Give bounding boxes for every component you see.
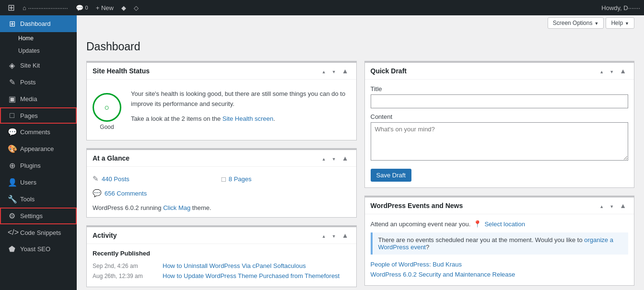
yoast-icon-button[interactable]: ◆ (117, 0, 130, 15)
activity-date-2: Aug 26th, 12:39 am (93, 273, 155, 279)
wp-logo-button[interactable]: ⊞ (4, 0, 19, 15)
at-glance-header: At a Glance ▲ (87, 150, 356, 167)
pages-count-link[interactable]: 8 Pages (229, 175, 252, 183)
sidebar-pages-label: Pages (20, 112, 38, 119)
sidebar-subitem-home[interactable]: Home (0, 32, 77, 45)
sidebar-item-appearance[interactable]: 🎨 Appearance (0, 140, 77, 157)
help-label: Help (611, 20, 623, 26)
comments-button[interactable]: 💬 0 (72, 0, 92, 15)
screen-options-bar: Screen Options Help (77, 15, 644, 31)
advanced-icon-button[interactable]: ◇ (130, 0, 142, 15)
news-link-1[interactable]: People of WordPress: Bud Kraus (371, 261, 462, 268)
comments-count: 0 (85, 5, 88, 11)
help-caret-icon (625, 20, 629, 26)
events-location: Attend an upcoming event near you. 📍 Sel… (371, 220, 629, 228)
sidebar-appearance-label: Appearance (20, 145, 54, 152)
settings-icon: ⚙ (8, 211, 16, 220)
sidebar-item-posts[interactable]: ✎ Posts (0, 74, 77, 91)
sidebar-item-dashboard[interactable]: ⊞ Dashboard (0, 15, 77, 32)
at-glance-collapse-up-btn[interactable] (320, 154, 328, 162)
sidebar-item-tools[interactable]: 🔧 Tools (0, 191, 77, 208)
health-description: Your site's health is looking good, but … (131, 89, 351, 109)
sidebar-item-pages[interactable]: □ Pages (0, 107, 77, 124)
activity-hide-btn[interactable]: ▲ (340, 231, 351, 240)
comments-count-link[interactable]: 656 Comments (105, 190, 147, 197)
howdy-label: Howdy, D······· (601, 4, 640, 12)
theme-link[interactable]: Click Mag (163, 204, 190, 211)
site-health-screen-link[interactable]: Site Health screen (222, 115, 273, 122)
sidebar-dashboard-label: Dashboard (20, 20, 51, 27)
at-glance-collapse-down-btn[interactable] (330, 154, 338, 162)
screen-options-caret-icon (594, 20, 598, 26)
hide-icon: ▲ (342, 67, 349, 75)
posts-count-link[interactable]: 440 Posts (102, 175, 129, 183)
quick-draft-widget: Quick Draft ▲ Title (364, 61, 635, 188)
quick-draft-header: Quick Draft ▲ (365, 63, 634, 80)
recently-published-label: Recently Published (93, 250, 351, 257)
main-content: Screen Options Help Dashboard Site Healt… (77, 15, 644, 290)
site-health-hide-btn[interactable]: ▲ (340, 67, 351, 75)
site-health-widget: Site Health Status ▲ ○ (86, 61, 357, 140)
site-health-collapse-down-btn[interactable] (330, 67, 338, 75)
list-item: People of WordPress: Bud Kraus (371, 259, 629, 269)
site-health-title: Site Health Status (93, 67, 150, 75)
location-icon: 📍 (473, 220, 481, 228)
site-health-body: ○ Good Your site's health is looking goo… (87, 80, 356, 140)
sidebar-item-users[interactable]: 👤 Users (0, 174, 77, 191)
activity-controls: ▲ (320, 231, 351, 240)
wp-events-hide-btn[interactable]: ▲ (618, 201, 628, 210)
quick-draft-hide-btn[interactable]: ▲ (618, 67, 628, 75)
items-prefix: Take a look at the (131, 115, 182, 122)
title-field-group: Title (371, 85, 629, 108)
caret-up-icon (599, 67, 604, 75)
activity-widget: Activity ▲ Recently Published Sep 2nd, 4… (86, 225, 357, 287)
comments-icon: 💬 (76, 4, 83, 12)
new-content-button[interactable]: + New (92, 0, 117, 15)
hide-icon: ▲ (342, 154, 349, 162)
quick-draft-collapse-up-btn[interactable] (597, 67, 606, 75)
activity-collapse-down-btn[interactable] (330, 231, 338, 240)
select-location-link[interactable]: Select location (484, 220, 525, 228)
health-items-text: Take a look at the 2 items on the Site H… (131, 114, 351, 124)
sidebar-item-code-snippets[interactable]: </> Code Snippets (0, 224, 77, 241)
wp-logo-icon: ⊞ (8, 2, 15, 13)
wp-events-collapse-up-btn[interactable] (597, 201, 606, 210)
sidebar-item-settings[interactable]: ⚙ Settings (0, 208, 77, 224)
sidebar-item-plugins[interactable]: ⊕ Plugins (0, 157, 77, 174)
attend-text: Attend an upcoming event near you. (371, 220, 471, 228)
activity-collapse-up-btn[interactable] (320, 231, 328, 240)
quick-draft-collapse-down-btn[interactable] (608, 67, 616, 75)
sidebar-subitem-updates[interactable]: Updates (0, 45, 77, 57)
items-end: . (273, 115, 275, 122)
sidebar-comments-label: Comments (20, 128, 50, 136)
admin-bar: ⊞ ⌂ ······················· 💬 0 + New ◆ … (0, 0, 644, 15)
right-column: Quick Draft ▲ Title (364, 61, 635, 287)
plugins-icon: ⊕ (8, 161, 16, 170)
page-body: Dashboard Site Health Status ▲ (77, 31, 644, 290)
sidebar-item-yoast-seo[interactable]: ⬟ Yoast SEO (0, 241, 77, 257)
caret-up-icon (322, 67, 326, 75)
save-draft-button[interactable]: Save Draft (371, 169, 411, 182)
caret-up-icon (322, 154, 326, 162)
sidebar-item-comments[interactable]: 💬 Comments (0, 124, 77, 140)
table-row: Sep 2nd, 4:26 am How to Uninstall WordPr… (93, 261, 351, 271)
health-indicator: ○ Good (93, 89, 121, 130)
screen-options-button[interactable]: Screen Options (548, 17, 604, 29)
comments-menu-icon: 💬 (8, 128, 16, 137)
activity-link-1[interactable]: How to Uninstall WordPress Via cPanel So… (163, 262, 306, 269)
wp-events-collapse-down-btn[interactable] (608, 201, 616, 210)
new-content-label: + New (96, 4, 114, 12)
posts-count-item: ✎ 440 Posts (93, 173, 222, 185)
activity-link-2[interactable]: How to Update WordPress Theme Purchased … (163, 272, 340, 279)
site-name-button[interactable]: ⌂ ······················· (19, 0, 72, 15)
site-health-collapse-up-btn[interactable] (320, 67, 328, 75)
news-link-2[interactable]: WordPress 6.0.2 Security and Maintenance… (371, 271, 515, 278)
content-textarea[interactable] (371, 122, 629, 161)
sidebar-item-site-kit[interactable]: ◈ Site Kit (0, 57, 77, 74)
help-button[interactable]: Help (606, 17, 634, 29)
title-input[interactable] (371, 94, 629, 108)
at-glance-hide-btn[interactable]: ▲ (340, 154, 351, 162)
hide-icon: ▲ (620, 202, 626, 209)
sidebar-item-media[interactable]: ▣ Media (0, 91, 77, 107)
sidebar-yoast-label: Yoast SEO (20, 245, 50, 253)
